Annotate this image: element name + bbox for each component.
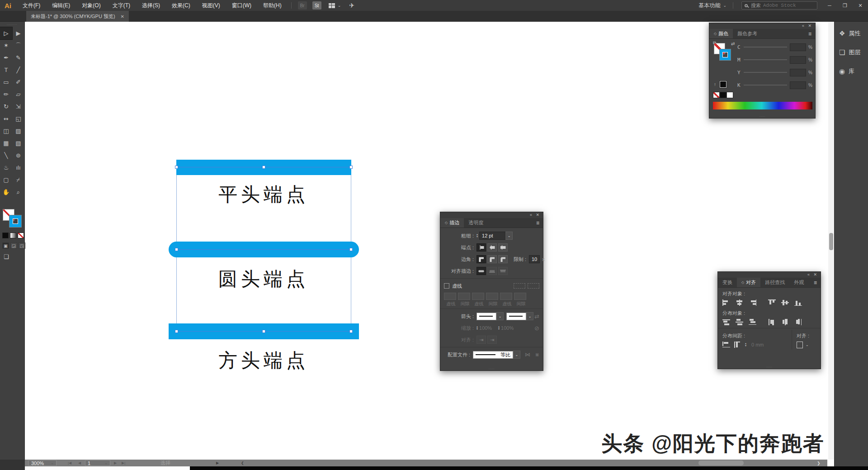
scale-end-stepper[interactable]: ▴▾ [498, 326, 500, 330]
gap-field[interactable] [486, 293, 498, 300]
vertical-distribute-space-button[interactable] [722, 342, 730, 348]
dock-item-libraries[interactable]: ◉ 库 [835, 62, 868, 81]
tab-color[interactable]: ◇ 颜色 [709, 29, 733, 38]
slice-tool[interactable]: ⌿ [12, 174, 24, 186]
panel-menu-icon[interactable]: ≡ [805, 29, 815, 38]
current-color-swatch[interactable] [720, 81, 726, 88]
panel-resize-grip[interactable]: ∙∙∙∙∙∙∙∙ [709, 115, 815, 118]
document-tab[interactable]: 未标题-1* @ 300% (CMYK/GPU 预览) ✕ [26, 11, 129, 22]
none-button[interactable] [18, 233, 24, 238]
flip-along-icon[interactable]: ⋈ [525, 351, 530, 358]
draw-normal-icon[interactable]: ▣ [2, 242, 9, 249]
panel-resize-grip[interactable]: ∙∙∙∙∙∙∙∙ [718, 366, 821, 369]
symbol-sprayer-tool[interactable]: ♨ [0, 161, 12, 174]
anchor-handle[interactable] [262, 166, 265, 169]
gradient-button[interactable] [10, 233, 16, 238]
arrowhead-end-chevron[interactable]: ⌄ [526, 312, 533, 320]
vertical-scrollbar-thumb[interactable] [829, 233, 833, 250]
scale-start-stepper[interactable]: ▴▾ [476, 326, 478, 330]
artboard-canvas[interactable]: 平头端点 圆头端点 方头端点 头条 @阳光下的奔跑者 [25, 22, 828, 460]
draw-behind-icon[interactable]: ◲ [10, 242, 17, 249]
tab-close-icon[interactable]: ✕ [121, 14, 124, 19]
eraser-tool[interactable]: ▱ [12, 88, 24, 100]
anchor-handle[interactable] [175, 330, 178, 333]
screen-mode-icon[interactable]: ❏ [4, 253, 9, 260]
first-artboard-button[interactable]: |◀ [68, 460, 71, 466]
link-scales-icon[interactable]: ⊘ [534, 325, 539, 332]
panel-cycle-icon[interactable]: ◇ [445, 221, 448, 225]
artboard-tool[interactable]: ▢ [0, 174, 12, 186]
anchor-handle[interactable] [349, 166, 353, 169]
distribute-bottom-button[interactable] [749, 319, 756, 325]
window-close-button[interactable]: ✕ [853, 0, 868, 11]
panel-menu-icon[interactable]: ≡ [533, 218, 543, 228]
dash-field[interactable] [444, 293, 456, 300]
distribute-left-button[interactable] [768, 319, 776, 325]
menu-help[interactable]: 帮助(H) [257, 0, 288, 11]
arrow-align-end-button[interactable]: ⇥ [487, 336, 497, 344]
scale-start-value[interactable]: 100% [479, 325, 498, 331]
dash-preset-icon[interactable] [528, 283, 539, 289]
magenta-value-field[interactable] [790, 56, 806, 64]
dashed-line-checkbox[interactable] [444, 283, 449, 289]
selection-tool[interactable]: ▷ [0, 27, 12, 39]
bridge-icon[interactable]: Br [298, 1, 307, 9]
square-cap-label[interactable]: 方头端点 [176, 348, 351, 373]
window-minimize-button[interactable]: ─ [822, 0, 837, 11]
stroke-swatch-blue[interactable] [720, 49, 731, 60]
zoom-tool[interactable]: ⌕ [12, 186, 24, 198]
gap-field[interactable] [458, 293, 470, 300]
anchor-handle[interactable] [175, 248, 178, 251]
distribute-center-vertical-button[interactable] [736, 319, 743, 325]
butt-cap-label[interactable]: 平头端点 [176, 182, 351, 207]
align-center-horizontal-button[interactable] [736, 299, 743, 306]
column-graph-tool[interactable]: ılı [12, 161, 24, 174]
align-right-button[interactable] [749, 299, 756, 306]
profile-chevron[interactable]: ⌄ [513, 351, 520, 359]
dock-item-layers[interactable]: ❏ 图层 [835, 43, 868, 62]
horizontal-scrollbar-thumb[interactable] [698, 461, 744, 465]
distribute-right-button[interactable] [794, 319, 802, 325]
scale-tool[interactable]: ⇲ [12, 100, 24, 113]
close-panel-icon[interactable]: ✕ [813, 272, 817, 277]
white-swatch[interactable] [726, 92, 733, 98]
gradient-tool[interactable]: ▧ [12, 137, 24, 149]
black-swatch[interactable] [720, 92, 726, 98]
chevron-down-icon[interactable]: ⌄ [338, 3, 341, 8]
window-restore-button[interactable]: ❐ [837, 0, 853, 11]
back-icon[interactable]: ❮ [241, 460, 244, 466]
chevron-down-icon[interactable]: ⌄ [723, 3, 726, 8]
shaper-tool[interactable]: ✏ [0, 88, 12, 100]
limit-value-field[interactable]: 10 [529, 255, 540, 263]
scale-end-value[interactable]: 100% [501, 325, 520, 331]
status-display[interactable]: 选择 [160, 460, 170, 466]
cyan-slider[interactable] [744, 47, 787, 47]
tab-pathfinder[interactable]: 路径查找 [760, 278, 789, 287]
previous-artboard-button[interactable]: ◀ [78, 460, 81, 466]
paintbrush-tool[interactable]: ✐ [12, 76, 24, 88]
spacing-stepper[interactable]: ▴▾ [745, 342, 746, 347]
weight-dropdown-chevron[interactable]: ⌄ [505, 232, 513, 240]
cap-butt-button[interactable] [476, 243, 486, 252]
dash-field[interactable] [472, 293, 484, 300]
tab-align[interactable]: ◇ 对齐 [737, 278, 760, 287]
rectangle-tool[interactable]: ▭ [0, 76, 12, 88]
workspace-switcher[interactable]: 基本功能 [698, 2, 720, 9]
cyan-value-field[interactable] [790, 43, 806, 51]
last-artboard-button[interactable]: ▶| [122, 460, 125, 466]
menu-type[interactable]: 文字(T) [107, 0, 136, 11]
panel-cycle-icon[interactable]: ◇ [741, 280, 744, 285]
distribute-top-button[interactable] [722, 319, 730, 325]
align-bottom-button[interactable] [794, 299, 802, 306]
yellow-value-field[interactable] [790, 69, 806, 76]
up-arrow-icon[interactable]: ↑ [714, 82, 716, 87]
close-panel-icon[interactable]: ✕ [808, 24, 811, 28]
arrowhead-start-chevron[interactable]: ⌄ [496, 312, 504, 320]
close-panel-icon[interactable]: ✕ [536, 213, 539, 218]
align-stroke-outside-button[interactable] [498, 267, 508, 275]
rotate-tool[interactable]: ↻ [0, 100, 12, 113]
pen-tool[interactable]: ✒ [0, 52, 12, 64]
corner-round-button[interactable] [487, 255, 497, 263]
weight-value-field[interactable]: 12 pt [479, 232, 505, 240]
tab-stroke[interactable]: ◇ 描边 [440, 218, 464, 228]
